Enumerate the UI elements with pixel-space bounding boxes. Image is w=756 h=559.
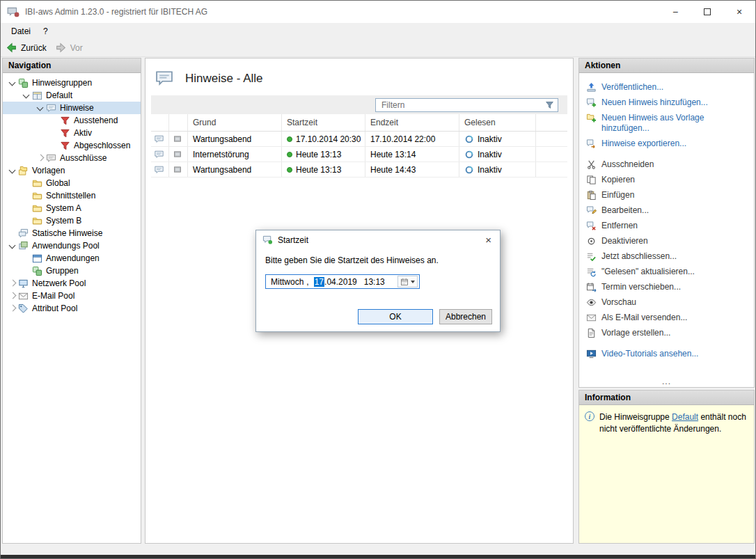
cut-icon	[586, 159, 597, 170]
chevron-down-icon[interactable]	[7, 240, 18, 251]
tree-item-system-a[interactable]: System A	[3, 202, 141, 214]
tree-item-ausstehend[interactable]: Ausstehend	[3, 114, 141, 127]
tree-item-anwendungs-pool[interactable]: Anwendungs Pool	[3, 239, 141, 252]
tree-item-schnittstellen[interactable]: Schnittstellen	[3, 189, 141, 202]
action-neuen-hinweis-aus-vorlage-hinzuf-gen[interactable]: Neuen Hinweis aus Vorlage hinzufügen...	[586, 111, 748, 136]
tree-item-attribut-pool[interactable]: Attribut Pool	[3, 302, 141, 315]
tree-item-hinweisgruppen[interactable]: Hinweisgruppen	[3, 77, 141, 89]
dialog-bubble-icon	[262, 235, 273, 245]
action-label: Neuen Hinweis hinzufügen...	[601, 97, 708, 108]
tree-item-hinweise[interactable]: Hinweise	[3, 102, 141, 114]
filter-funnel-icon[interactable]	[545, 100, 554, 109]
tree-item-e-mail-pool[interactable]: E-Mail Pool	[3, 290, 141, 302]
table-body: Wartungsabend17.10.2014 20:3017.10.2014 …	[151, 132, 567, 178]
remove-icon	[586, 221, 597, 231]
tree-item-statische-hinweise[interactable]: Statische Hinweise	[3, 227, 141, 239]
tree-item-global[interactable]: Global	[3, 177, 141, 189]
action-bearbeiten[interactable]: Bearbeiten...	[586, 203, 748, 219]
chevron-right-icon[interactable]	[35, 152, 46, 164]
filter-input[interactable]: Filtern	[375, 98, 558, 112]
tree-item-label: Vorlagen	[32, 166, 65, 175]
tree-item-label: Abgeschlossen	[74, 141, 130, 150]
forward-button[interactable]: Vor	[55, 42, 83, 54]
datetime-day-selected[interactable]: 17	[314, 277, 324, 287]
action-neuen-hinweis-hinzuf-gen[interactable]: Neuen Hinweis hinzufügen...	[586, 95, 748, 111]
default-group-link[interactable]: Default	[672, 412, 698, 422]
tree-item-vorlagen[interactable]: Vorlagen	[3, 164, 141, 177]
minimize-button[interactable]: −	[659, 1, 691, 23]
cell-grund: Internetstörung	[188, 147, 282, 162]
cell-startzeit: Heute 13:13	[282, 162, 365, 177]
table-row[interactable]: WartungsabendHeute 13:13Heute 14:43Inakt…	[151, 162, 567, 178]
active-status-icon	[287, 136, 292, 142]
table-row[interactable]: InternetstörungHeute 13:13Heute 13:14Ina…	[151, 147, 567, 162]
chevron-spacer	[7, 228, 18, 239]
navigation-panel: Navigation HinweisgruppenDefaultHinweise…	[2, 58, 141, 544]
table-row[interactable]: Wartungsabend17.10.2014 20:3017.10.2014 …	[151, 132, 567, 147]
cell-endzeit: Heute 14:43	[365, 162, 459, 177]
maximize-button[interactable]	[691, 1, 723, 23]
cell-gelesen: Inaktiv	[459, 147, 536, 162]
chevron-down-icon[interactable]	[7, 165, 18, 176]
tree-item-anwendungen[interactable]: Anwendungen	[3, 252, 141, 265]
filter-placeholder: Filtern	[381, 100, 545, 110]
action-deaktivieren[interactable]: Deaktivieren	[586, 234, 748, 249]
calendar-icon	[400, 278, 409, 286]
tree-item-netzwerk-pool[interactable]: Netzwerk Pool	[3, 277, 141, 290]
actions-overflow[interactable]: ...	[579, 377, 754, 387]
chevron-down-icon[interactable]	[35, 102, 46, 113]
action-hinweise-exportieren[interactable]: Hinweise exportieren...	[586, 136, 748, 152]
cancel-button[interactable]: Abbrechen	[439, 309, 492, 324]
action-kopieren[interactable]: Kopieren	[586, 173, 748, 188]
tree-item-gruppen[interactable]: Gruppen	[3, 265, 141, 277]
tree-item-abgeschlossen[interactable]: Abgeschlossen	[3, 139, 141, 152]
tree-item-label: Anwendungen	[46, 253, 100, 263]
window-title: IBI-aws Admin 1.23.0 - registriert für I…	[25, 7, 207, 17]
action-ausschneiden[interactable]: Ausschneiden	[586, 157, 748, 173]
action-als-e-mail-versenden[interactable]: Als E-Mail versenden...	[586, 310, 748, 326]
menu-help[interactable]: ?	[37, 24, 54, 38]
column-header-startzeit[interactable]: Startzeit	[282, 114, 365, 131]
startzeit-datetime-input[interactable]: Mittwoch , 17.04.2019 13:13	[265, 274, 420, 289]
column-header-endzeit[interactable]: Endzeit	[365, 114, 459, 131]
action-video-tutorials-ansehen[interactable]: Video-Tutorials ansehen...	[586, 347, 748, 362]
datetime-weekday[interactable]: Mittwoch	[271, 277, 304, 287]
back-button[interactable]: Zurück	[6, 42, 47, 54]
action-label: Als E-Mail versenden...	[601, 313, 687, 323]
dialog-close-button[interactable]: ×	[483, 234, 494, 246]
folder-icon	[32, 216, 42, 226]
tree-item-label: Aktiv	[74, 128, 92, 138]
tree-item-aktiv[interactable]: Aktiv	[3, 127, 141, 139]
tree-item-ausschl-sse[interactable]: Ausschlüsse	[3, 152, 141, 164]
chevron-down-icon[interactable]	[7, 77, 18, 88]
tree-item-default[interactable]: Default	[3, 89, 141, 102]
chevron-right-icon[interactable]	[7, 303, 18, 314]
mail-icon	[18, 291, 29, 301]
tree-item-system-b[interactable]: System B	[3, 214, 141, 227]
action-vorlage-erstellen[interactable]: Vorlage erstellen...	[586, 326, 748, 341]
column-header-gelesen[interactable]: Gelesen	[459, 114, 536, 131]
close-button[interactable]: ×	[723, 1, 755, 23]
calendar-dropdown-button[interactable]	[397, 276, 418, 288]
action-termin-verschieben[interactable]: Termin verschieben...	[586, 280, 748, 295]
datetime-time[interactable]: 13:13	[364, 277, 385, 287]
column-header-grund[interactable]: Grund	[188, 114, 282, 131]
chevron-right-icon[interactable]	[7, 290, 18, 301]
cell-startzeit: Heute 13:13	[282, 147, 365, 162]
copy-icon	[586, 175, 597, 185]
action-vorschau[interactable]: Vorschau	[586, 295, 748, 310]
action-jetzt-abschliessen[interactable]: Jetzt abschliessen...	[586, 249, 748, 265]
chevron-down-icon[interactable]	[21, 90, 32, 101]
ok-button[interactable]: OK	[358, 309, 433, 324]
chevron-down-icon	[411, 281, 415, 283]
action-gelesen-aktualisieren[interactable]: "Gelesen" aktualisieren...	[586, 265, 748, 280]
chevron-right-icon[interactable]	[7, 278, 18, 289]
menu-datei[interactable]: Datei	[5, 24, 37, 38]
action-label: Ausschneiden	[601, 159, 654, 170]
main-header: Hinweise - Alle	[145, 58, 573, 95]
action-entfernen[interactable]: Entfernen	[586, 219, 748, 234]
right-column: Aktionen Veröffentlichen...Neuen Hinweis…	[578, 58, 755, 544]
action-ver-ffentlichen[interactable]: Veröffentlichen...	[586, 80, 748, 95]
datetime-rest[interactable]: .04.2019	[324, 277, 357, 287]
action-einf-gen[interactable]: Einfügen	[586, 188, 748, 203]
